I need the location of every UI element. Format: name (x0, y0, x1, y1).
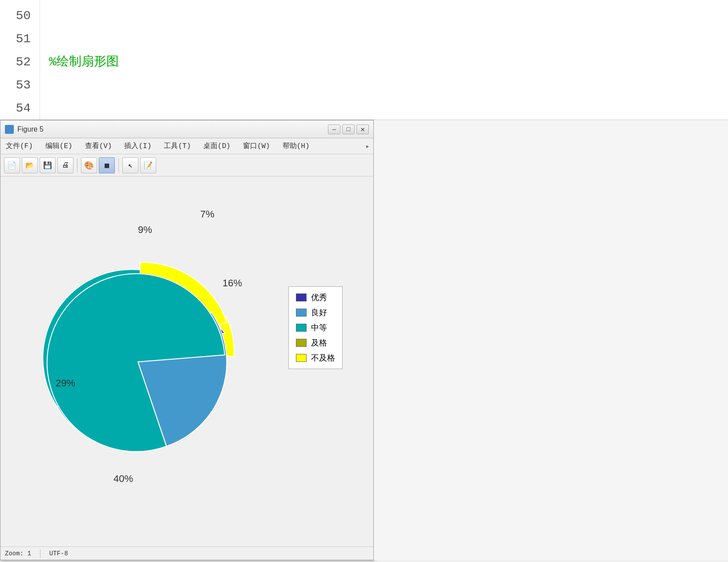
status-divider1 (40, 549, 40, 558)
legend-label-bujige: 不及格 (311, 353, 335, 363)
legend-item-youxiu: 优秀 (296, 292, 335, 303)
legend-item-zhongdeng: 中等 (296, 322, 335, 333)
pct-label-bujige: 7% (200, 209, 214, 220)
toolbar-edit-button[interactable]: 📝 (140, 157, 156, 173)
chart-area: 7% 9% 16% 29% 40% 优秀 良好 中等 (0, 177, 373, 547)
toolbar-colormap-button[interactable]: 🎨 (81, 157, 97, 173)
toolbar-sep2 (118, 159, 119, 172)
legend-color-jige (296, 339, 307, 347)
toolbar-save-button[interactable]: 💾 (40, 157, 56, 173)
menu-help[interactable]: 帮助(H) (281, 140, 311, 152)
figure-window-icon (5, 125, 14, 134)
legend-item-bujige: 不及格 (296, 353, 335, 363)
menu-file[interactable]: 文件(F) (4, 140, 35, 152)
menu-tools[interactable]: 工具(T) (162, 140, 193, 152)
menu-insert[interactable]: 插入(I) (122, 140, 153, 152)
legend-item-lianghao: 良好 (296, 307, 335, 318)
menu-desktop[interactable]: 桌面(D) (202, 140, 232, 152)
legend-color-youxiu (296, 293, 307, 301)
status-encoding: UTF-8 (49, 550, 68, 557)
toolbar-select-button[interactable]: ↖ (122, 157, 138, 173)
status-zoom: Zoom: 1 (5, 550, 31, 557)
legend-label-youxiu: 优秀 (311, 292, 327, 303)
menu-bar: 文件(F) 编辑(E) 查看(V) 插入(I) 工具(T) 桌面(D) 窗口(W… (0, 138, 373, 154)
legend-label-lianghao: 良好 (311, 307, 327, 318)
maximize-button[interactable]: □ (342, 124, 355, 134)
legend-item-jige: 及格 (296, 337, 335, 348)
legend-color-zhongdeng (296, 324, 307, 332)
figure-title: Figure 5 (17, 125, 44, 133)
figure-window: Figure 5 — □ ✕ 文件(F) 编辑(E) 查看(V) 插入(I) 工… (0, 120, 374, 560)
toolbar-grid-button[interactable]: ▦ (99, 157, 115, 173)
legend-color-bujige (296, 354, 307, 362)
line-numbers: 50 51 52 53 54 55 56 (0, 0, 40, 120)
menu-overflow-arrow[interactable]: ▸ (365, 142, 370, 151)
toolbar-new-button[interactable]: 📄 (4, 157, 20, 173)
pct-label-youxiu: 9% (138, 224, 152, 235)
right-panel (374, 120, 728, 560)
legend-color-lianghao (296, 309, 307, 317)
toolbar-open-button[interactable]: 📂 (22, 157, 38, 173)
code-editor: 50 51 52 53 54 55 56 %绘制扇形图 figure(5) sc… (0, 0, 728, 120)
menu-view[interactable]: 查看(V) (83, 140, 114, 152)
pct-label-zhongdeng: 40% (113, 473, 133, 484)
menu-window[interactable]: 窗口(W) (241, 140, 272, 152)
menu-edit[interactable]: 编辑(E) (44, 140, 74, 152)
code-content[interactable]: %绘制扇形图 figure(5) score = [5, 17, 23, 9, … (40, 0, 728, 120)
close-button[interactable]: ✕ (356, 124, 369, 134)
status-bar: Zoom: 1 UTF-8 (0, 546, 373, 560)
chart-container: 7% 9% 16% 29% 40% 优秀 良好 中等 (18, 189, 356, 535)
pct-label-lianghao: 16% (222, 277, 242, 289)
toolbar-sep1 (77, 159, 77, 172)
pct-label-lianghao2: 29% (56, 377, 75, 389)
toolbar: 📄 📂 💾 🖨 🎨 ▦ ↖ 📝 (0, 154, 373, 177)
legend-label-jige: 及格 (311, 337, 327, 348)
legend-label-zhongdeng: 中等 (311, 322, 327, 333)
code-comment-line50: %绘制扇形图 (49, 55, 119, 69)
minimize-button[interactable]: — (328, 124, 340, 134)
pie-chart-main: 7% 9% 16% 29% 40% (31, 193, 280, 504)
legend-box: 优秀 良好 中等 及格 不及格 (288, 286, 343, 369)
title-bar: Figure 5 — □ ✕ (0, 120, 373, 138)
toolbar-print-button[interactable]: 🖨 (57, 157, 73, 173)
